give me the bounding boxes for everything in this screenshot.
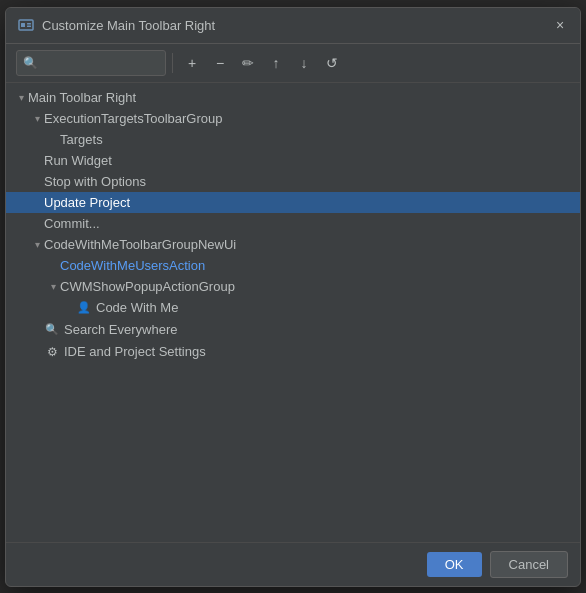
move-down-button[interactable]: ↓	[291, 50, 317, 76]
tree-content: ▾Main Toolbar Right▾ExecutionTargetsTool…	[6, 83, 580, 542]
tree-item-targets[interactable]: Targets	[6, 129, 580, 150]
tree-item-label: Main Toolbar Right	[28, 90, 136, 105]
remove-button[interactable]: −	[207, 50, 233, 76]
tree-item-label: Commit...	[44, 216, 100, 231]
tree-item-label: IDE and Project Settings	[64, 344, 206, 359]
tree-item-main-toolbar-right[interactable]: ▾Main Toolbar Right	[6, 87, 580, 108]
tree-item-cwm-show-popup[interactable]: ▾CWMShowPopupActionGroup	[6, 276, 580, 297]
tree-item-label: ExecutionTargetsToolbarGroup	[44, 111, 223, 126]
close-button[interactable]: ×	[552, 17, 568, 33]
tree-item-label: CWMShowPopupActionGroup	[60, 279, 235, 294]
title-bar-left: Customize Main Toolbar Right	[18, 17, 215, 33]
tree-item-label: CodeWithMeToolbarGroupNewUi	[44, 237, 236, 252]
tree-item-codewithme-group[interactable]: ▾CodeWithMeToolbarGroupNewUi	[6, 234, 580, 255]
dialog-footer: OK Cancel	[6, 542, 580, 586]
edit-button[interactable]: ✏	[235, 50, 261, 76]
svg-rect-3	[27, 26, 31, 28]
tree-item-label: Run Widget	[44, 153, 112, 168]
tree-item-ide-project-settings[interactable]: ⚙IDE and Project Settings	[6, 341, 580, 363]
expand-arrow[interactable]: ▾	[46, 279, 60, 293]
svg-rect-2	[27, 23, 31, 25]
tree-item-code-with-me[interactable]: 👤Code With Me	[6, 297, 580, 319]
svg-rect-1	[21, 23, 25, 27]
add-button[interactable]: +	[179, 50, 205, 76]
cancel-button[interactable]: Cancel	[490, 551, 568, 578]
expand-arrow[interactable]: ▾	[30, 237, 44, 251]
dialog-title: Customize Main Toolbar Right	[42, 18, 215, 33]
search-input[interactable]	[42, 56, 159, 70]
search-wrapper[interactable]: 🔍	[16, 50, 166, 76]
title-bar: Customize Main Toolbar Right ×	[6, 8, 580, 44]
expand-arrow[interactable]: ▾	[30, 111, 44, 125]
tree-item-update-project[interactable]: Update Project	[6, 192, 580, 213]
tree-item-label: Search Everywhere	[64, 322, 177, 337]
expand-arrow[interactable]: ▾	[14, 90, 28, 104]
search-icon: 🔍	[44, 322, 60, 338]
gear-icon: ⚙	[44, 344, 60, 360]
search-icon: 🔍	[23, 56, 38, 70]
tree-item-execution-targets[interactable]: ▾ExecutionTargetsToolbarGroup	[6, 108, 580, 129]
tree-item-search-everywhere[interactable]: 🔍Search Everywhere	[6, 319, 580, 341]
tree-item-codewithme-users[interactable]: CodeWithMeUsersAction	[6, 255, 580, 276]
action-toolbar: 🔍 + − ✏ ↑ ↓ ↺	[6, 44, 580, 83]
tree-item-label: Stop with Options	[44, 174, 146, 189]
tree-item-stop-with-options[interactable]: Stop with Options	[6, 171, 580, 192]
toolbar-separator	[172, 53, 173, 73]
tree-item-label: Code With Me	[96, 300, 178, 315]
tree-item-label: Update Project	[44, 195, 130, 210]
dialog-icon	[18, 17, 34, 33]
tree-item-label: Targets	[60, 132, 103, 147]
customize-toolbar-dialog: Customize Main Toolbar Right × 🔍 + − ✏ ↑…	[5, 7, 581, 587]
person-icon: 👤	[76, 300, 92, 316]
move-up-button[interactable]: ↑	[263, 50, 289, 76]
tree-item-commit[interactable]: Commit...	[6, 213, 580, 234]
undo-button[interactable]: ↺	[319, 50, 345, 76]
tree-item-run-widget[interactable]: Run Widget	[6, 150, 580, 171]
tree-item-label: CodeWithMeUsersAction	[60, 258, 205, 273]
ok-button[interactable]: OK	[427, 552, 482, 577]
